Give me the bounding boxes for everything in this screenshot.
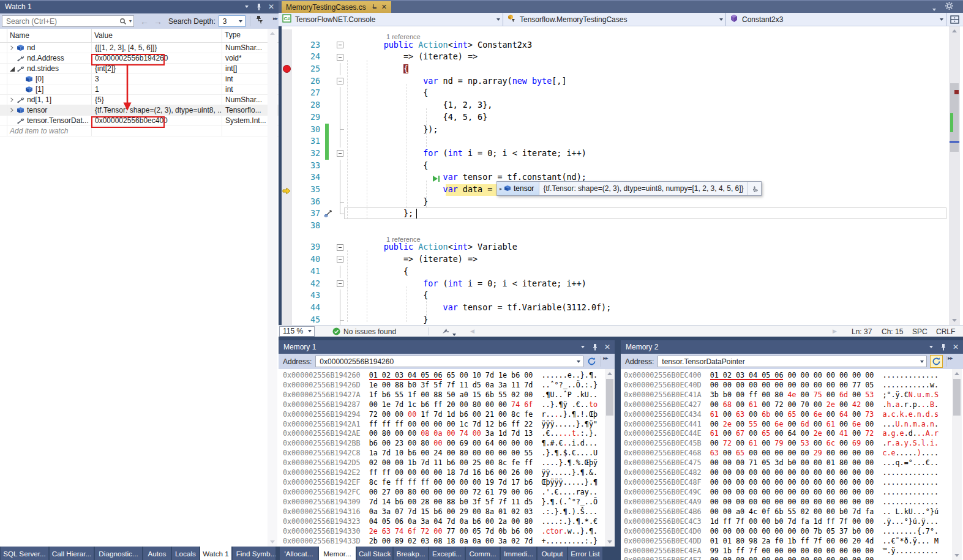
code-line[interactable]: 36 } [282, 196, 949, 208]
memory1-row[interactable]: 0x000002556B194260 01 02 03 04 05 06 65 … [283, 370, 605, 380]
bottom-tab-allocat[interactable]: 'Allocat... [280, 547, 318, 560]
code-line[interactable]: 29 {4, 5, 6} [282, 111, 949, 124]
watch-row-value[interactable]: 0x000002556b194260 [92, 53, 222, 63]
memory1-address-input[interactable]: 0x000002556B194260 [315, 356, 583, 367]
memory2-titlebar[interactable]: Memory 2 ✕ [621, 340, 963, 354]
expander-icon[interactable] [10, 97, 15, 103]
code-editor[interactable]: 1 reference23 public Action<int> Constan… [279, 26, 949, 325]
memory2-toolbar-overflow-icon[interactable]: ▸▸ [948, 355, 952, 361]
navbar-member-dropdown[interactable]: Constant2x3 [726, 13, 946, 26]
memory2-pin-icon[interactable] [939, 343, 948, 351]
watch-add-item-row[interactable]: Add item to watch [0, 126, 279, 136]
zoom-select[interactable]: 115 % [279, 326, 315, 337]
bottom-tab-call-hierar[interactable]: Call Hierar... [50, 547, 94, 560]
search-forward-icon[interactable]: → [154, 17, 162, 26]
code-line[interactable]: 32 for (int i = 0; i < iterate; i++) [282, 147, 949, 160]
code-line[interactable]: 30 }); [282, 124, 949, 136]
memory2-refresh-icon[interactable] [930, 355, 943, 368]
memory1-row[interactable]: 0x000002556B194309 7d 14 b6 00 28 00 88 … [283, 497, 605, 507]
memory1-row[interactable]: 0x000002556B1942D5 02 00 00 1b 7d 11 b6 … [283, 458, 605, 468]
memory1-toolbar-overflow-icon[interactable]: ▸▸ [603, 355, 607, 361]
memory2-row[interactable]: 0x000002556B0EC41A 3b b0 00 ff 00 80 4e … [624, 390, 952, 400]
bottom-tab-diagnostic[interactable]: Diagnostic... [95, 547, 142, 560]
memory2-row[interactable]: 0x000002556B0EC400 01 02 03 04 05 06 00 … [624, 370, 952, 380]
fold-collapse-box[interactable] [337, 78, 343, 84]
memory1-row[interactable]: 0x000002556B194287 00 1e 7d 1c b6 ff 20 … [283, 400, 605, 409]
code-line[interactable]: 38 [282, 220, 949, 232]
fold-collapse-box[interactable] [337, 244, 343, 251]
watch-row[interactable]: tensor.TensorDat...0x000002556b0ec400Sys… [0, 116, 279, 126]
memory1-row[interactable]: 0x000002556B19433D 2b 00 89 02 03 08 18 … [283, 536, 605, 546]
code-line[interactable]: 27 { [282, 87, 949, 99]
bottom-tab-sql-server[interactable]: SQL Server... [1, 547, 48, 560]
status-line[interactable]: Ln: 37 [852, 327, 872, 336]
memory2-address-input[interactable]: tensor.TensorDataPointer [658, 356, 927, 367]
hscroll-left-arrow[interactable]: ◀ [470, 328, 474, 334]
code-line[interactable]: 44 var tensor = tf.Variable(3112.0f); [282, 302, 949, 314]
memory1-row[interactable]: 0x000002556B19427A 1f b6 55 1f 00 88 50 … [283, 390, 605, 400]
code-line[interactable]: 25 { [282, 63, 949, 75]
memory1-row[interactable]: 0x000002556B1942E2 ff ff 00 00 00 00 18 … [283, 468, 605, 477]
editor-scrollbar[interactable] [949, 26, 960, 325]
search-dropdown-icon[interactable]: ▾ [127, 18, 133, 24]
memory1-row[interactable]: 0x000002556B194316 0a 3a 07 7d 15 b6 00 … [283, 507, 605, 517]
memory2-window-position-icon[interactable] [926, 343, 936, 351]
watch-pin-icon[interactable] [254, 2, 264, 11]
code-line[interactable]: 41 { [282, 266, 949, 278]
filter-pin-icon[interactable] [254, 15, 263, 27]
watch-row-value[interactable]: 3 [92, 74, 222, 84]
memory2-row[interactable]: 0x000002556B0EC4EA 99 1b ff 7f 00 00 00 … [624, 546, 952, 556]
tabbar-dropdown-icon[interactable] [932, 2, 936, 13]
memory2-row[interactable]: 0x000002556B0EC44E 61 00 67 00 65 00 64 … [624, 429, 952, 439]
tabbar-settings-icon[interactable] [945, 1, 954, 13]
memory2-scrollbar[interactable] [952, 369, 962, 560]
health-check-icon[interactable] [332, 327, 340, 335]
bottom-tab-call-stack[interactable]: Call Stack [357, 547, 392, 560]
watch-row[interactable]: [0]3int [0, 74, 279, 84]
navbar-project-dropdown[interactable]: C# TensorFlowNET.Console [279, 13, 503, 26]
bottom-tab-excepti[interactable]: Excepti... [429, 547, 465, 560]
health-status-label[interactable]: No issues found [343, 327, 396, 336]
memory1-close-icon[interactable]: ✕ [602, 343, 612, 351]
memory1-window-position-icon[interactable] [578, 343, 588, 351]
search-depth-select[interactable]: 3 [219, 15, 245, 27]
fold-collapse-box[interactable] [337, 280, 343, 287]
fold-collapse-box[interactable] [337, 54, 343, 61]
fold-collapse-box[interactable] [337, 150, 343, 157]
watch-row-value[interactable]: {5} [92, 95, 222, 105]
bottom-tab-error-list[interactable]: Error List [568, 547, 602, 560]
watch-row[interactable]: [1]1int [0, 84, 279, 95]
memory2-row[interactable]: 0x000002556B0EC468 63 00 65 00 00 00 00 … [624, 448, 952, 458]
memory1-hex-view[interactable]: 0x000002556B194260 01 02 03 04 05 06 65 … [279, 369, 605, 547]
memory2-row[interactable]: 0x000002556B0EC4A9 00 00 00 00 00 00 00 … [624, 497, 952, 507]
watch-row[interactable]: nd{[[1, 2, 3], [4, 5, 6]]}NumShar... [0, 43, 279, 53]
memory1-row[interactable]: 0x000002556B194330 2e 63 74 6f 72 00 77 … [283, 526, 605, 536]
memory1-row[interactable]: 0x000002556B1942EF 8c fe ff ff ff 00 00 … [283, 477, 605, 487]
code-line[interactable]: 39 public Action<int> Variable [282, 241, 949, 253]
search-icon[interactable] [119, 16, 127, 26]
memory1-row[interactable]: 0x000002556B1942BB b6 00 23 00 80 00 00 … [283, 438, 605, 448]
watch-row-value[interactable]: 0x000002556b0ec400 [92, 116, 222, 125]
memory2-hex-view[interactable]: 0x000002556B0EC400 01 02 03 04 05 06 00 … [621, 369, 952, 560]
memory2-row[interactable]: 0x000002556B0EC4B6 00 00 a0 4c 0f 6b 55 … [624, 507, 952, 517]
split-editor-button[interactable] [946, 13, 963, 26]
status-indent-mode[interactable]: SPC [912, 327, 927, 336]
bottom-tab-watch-1[interactable]: Watch 1 [200, 547, 231, 560]
diff-icon[interactable] [441, 327, 449, 337]
debugger-datatip[interactable]: ▸ tensor {tf.Tensor: shape=(2, 3), dtype… [496, 181, 762, 196]
expander-icon[interactable] [10, 45, 15, 51]
expander-icon[interactable] [10, 108, 15, 113]
bottom-tab-locals[interactable]: Locals [172, 547, 199, 560]
memory1-titlebar[interactable]: Memory 1 ✕ [279, 340, 615, 354]
code-line[interactable]: 26 var nd = np.array(new byte[,] [282, 75, 949, 88]
navbar-type-dropdown[interactable]: Tensorflow.MemoryTestingCases [503, 13, 726, 26]
code-line[interactable]: 23 public Action<int> Constant2x3 [282, 39, 949, 51]
search-back-icon[interactable]: ← [140, 17, 149, 26]
memory2-row[interactable]: 0x000002556B0EC4F7 00 00 00 00 00 00 00 … [624, 556, 952, 560]
code-line[interactable]: 40 => (iterate) => [282, 253, 949, 266]
memory1-row[interactable]: 0x000002556B194323 04 05 06 0a 3a 04 7d … [283, 517, 605, 526]
breakpoint-icon[interactable] [283, 65, 291, 73]
watch-search-input[interactable]: Search (Ctrl+E) ▾ [2, 15, 134, 27]
memory2-row[interactable]: 0x000002556B0EC48F 00 00 00 00 00 00 00 … [624, 477, 952, 487]
memory2-row[interactable]: 0x000002556B0EC482 00 00 00 00 00 00 00 … [624, 468, 952, 477]
